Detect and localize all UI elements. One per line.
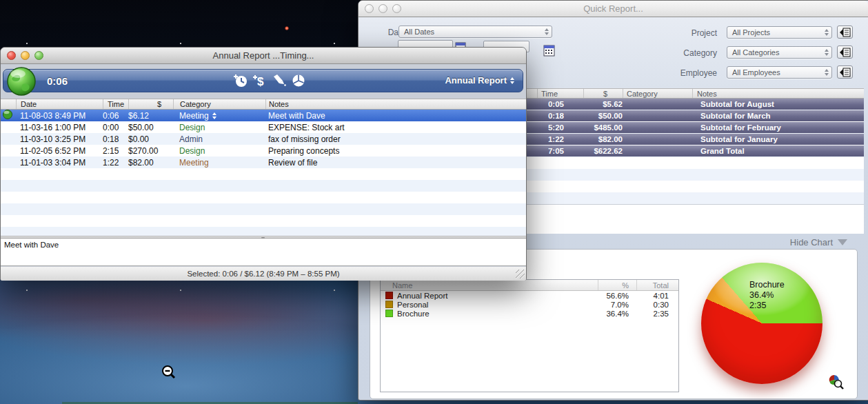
selector-stepper-icon [510,77,514,84]
window-title: Quick Report... [583,3,643,14]
timing-globe-icon [3,110,12,119]
employee-label: Employee [662,68,717,78]
disclosure-triangle-icon [838,239,847,245]
add-time-button[interactable] [232,73,248,88]
list-editor-icon [839,68,851,77]
zoom-button[interactable] [392,4,401,13]
timer-globe-icon[interactable] [6,66,37,99]
edit-entry-button[interactable] [271,73,287,88]
edit-employees-button[interactable] [837,65,853,79]
pencil-icon [272,74,287,88]
legend-row[interactable]: Personal 7.0% 0:30 [381,300,678,309]
quick-report-titlebar[interactable]: Quick Report... [359,1,868,17]
employee-dropdown[interactable]: All Employees [727,66,832,79]
legend-header-total[interactable]: Total [636,280,678,290]
hide-chart-toggle[interactable]: Hide Chart [790,237,847,248]
legend-header-name[interactable]: Name [381,280,598,290]
dropdown-stepper-icon [825,69,829,76]
clock-plus-icon [233,74,248,88]
project-selector[interactable]: Annual Report [445,75,514,85]
pie-chart-callout: Brochure 36.4% 2:35 [749,280,785,311]
column-header-amount[interactable]: $ [128,99,173,109]
dropdown-stepper-icon [825,29,829,36]
zoom-button[interactable] [34,51,43,60]
column-header-time[interactable]: Time [537,89,583,98]
color-swatch [385,301,393,308]
minimize-button[interactable] [379,4,387,13]
project-label: Project [662,28,717,38]
entries-table-header[interactable]: Date Time $ Category Notes [1,99,526,110]
annual-report-window: Annual Report ...Timing... 0:06 [0,47,527,281]
calendar-to-button[interactable] [543,45,554,56]
table-row[interactable]: 11-03-10 3:25 PM 0:18 $0.00 Admin fax of… [1,133,526,145]
dollar-plus-icon: $ [252,74,268,88]
column-header-notes[interactable]: Notes [265,99,526,109]
svg-text:$: $ [257,75,264,88]
edit-projects-button[interactable] [837,26,853,39]
report-chart-button[interactable] [290,73,306,88]
table-row[interactable]: 11-03-16 1:00 PM 0:00 $50.00 Design EXPE… [1,121,526,133]
red-star [285,26,289,30]
pie-chart-icon [291,74,306,88]
column-header-date[interactable]: Date [16,99,103,109]
column-header-category[interactable]: Category [623,89,692,98]
project-dropdown[interactable]: All Projects [727,26,832,39]
notes-field[interactable]: Meet with Dave [1,239,526,266]
table-row-selected[interactable]: 11-08-03 8:49 PM 0:06 $6.12 Meeting Meet… [1,110,526,121]
table-row[interactable]: 11-01-03 3:04 PM 1:22 $82.00 Meeting Rev… [1,156,526,168]
toolbar-buttons: $ [232,73,306,88]
color-swatch [385,310,393,317]
selection-summary: Selected: 0:06 / $6.12 (8:49 PM – 8:55 P… [187,270,339,278]
dropdown-stepper-icon [545,28,549,35]
timer-toolbar: 0:06 $ Annual Report [3,69,523,92]
entries-table-body: 11-08-03 8:49 PM 0:06 $6.12 Meeting Meet… [1,110,526,236]
category-stepper-icon [212,112,216,119]
color-swatch [385,292,393,299]
table-row[interactable]: 11-02-05 6:52 PM 2:15 $270.00 Design Pre… [1,145,526,156]
close-button[interactable] [7,51,16,60]
window-controls [7,51,43,60]
timer-display: 0:06 [47,75,68,87]
close-button[interactable] [365,4,374,13]
date-dropdown[interactable]: All Dates [398,26,552,38]
legend-row[interactable]: Annual Report 56.6% 4:01 [381,291,678,300]
column-header-time[interactable]: Time [103,99,128,109]
calendar-icon [543,45,555,57]
dropdown-stepper-icon [825,49,829,56]
status-bar: Selected: 0:06 / $6.12 (8:49 PM – 8:55 P… [1,267,526,281]
list-editor-icon [839,48,851,57]
edit-categories-button[interactable] [837,46,853,59]
minimize-button[interactable] [21,51,30,60]
chart-legend-table: Name % Total Annual Report 56.6% 4:01 Pe… [380,279,679,392]
column-header-amount[interactable]: $ [583,89,623,98]
category-dropdown[interactable]: All Categories [727,46,832,59]
legend-header-percent[interactable]: % [598,280,636,290]
pie-magnifier-icon [828,374,845,390]
window-title: Annual Report ...Timing... [213,50,314,61]
column-header-notes[interactable]: Notes [692,89,864,98]
column-header-category[interactable]: Category [173,99,265,109]
annual-report-titlebar[interactable]: Annual Report ...Timing... [1,48,526,64]
add-expense-button[interactable]: $ [252,73,268,88]
category-cell[interactable]: Meeting [173,111,265,121]
window-controls [365,4,401,13]
chart-zoom-button[interactable] [828,374,845,393]
resize-grip[interactable] [516,270,525,279]
category-label: Category [662,48,717,58]
legend-row[interactable]: Brochure 36.4% 2:35 [381,309,678,318]
list-editor-icon [839,28,851,37]
zoom-out-cursor [161,365,176,383]
